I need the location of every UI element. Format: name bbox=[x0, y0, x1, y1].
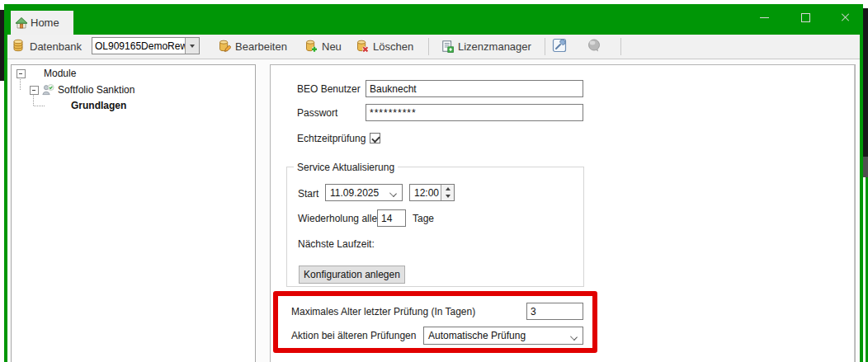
globe-icon bbox=[586, 37, 602, 54]
tree-connector bbox=[33, 94, 34, 106]
max-age-input[interactable] bbox=[526, 303, 583, 320]
next-run-label: Nächste Laufzeit: bbox=[298, 238, 375, 250]
new-database-icon bbox=[304, 40, 318, 53]
tab-home-label: Home bbox=[31, 16, 59, 29]
create-configuration-button-label: Konfiguration anlegen bbox=[304, 269, 400, 280]
close-button[interactable] bbox=[827, 6, 863, 29]
start-time-value: 12:00 bbox=[414, 187, 439, 199]
home-icon bbox=[15, 16, 28, 30]
arrow-up-icon bbox=[446, 187, 451, 190]
desktop-fragment-right-notch bbox=[863, 157, 868, 177]
tree-connector bbox=[20, 78, 21, 90]
edit-database-icon bbox=[218, 40, 231, 53]
tab-home[interactable]: Home bbox=[11, 11, 73, 35]
minimize-button[interactable] bbox=[746, 6, 782, 29]
toolbar-button-label: Neu bbox=[322, 40, 342, 53]
spinner-buttons bbox=[441, 185, 454, 200]
spin-down-button[interactable] bbox=[441, 193, 454, 201]
toolbar-button-neu[interactable]: Neu bbox=[302, 36, 344, 56]
start-date-value: 11.09.2025 bbox=[330, 187, 379, 199]
repeat-unit-label: Tage bbox=[413, 213, 434, 224]
toolbar-button-label: Löschen bbox=[373, 40, 413, 53]
arrow-down-icon bbox=[446, 195, 451, 198]
repeat-days-input[interactable] bbox=[377, 209, 406, 227]
start-label: Start bbox=[298, 188, 318, 200]
module-user-check-icon bbox=[41, 83, 54, 96]
tree-item-module[interactable]: Module bbox=[44, 68, 76, 79]
toolbar-button-configure[interactable] bbox=[551, 37, 568, 57]
desktop-fragment-right bbox=[863, 8, 868, 157]
toolbar-button-label: Bearbeiten bbox=[235, 40, 287, 53]
tree-connector bbox=[34, 106, 45, 106]
repeat-label: Wiederholung alle: bbox=[298, 213, 380, 224]
toolbar-separator bbox=[620, 38, 621, 55]
realtime-checkbox[interactable] bbox=[370, 133, 380, 143]
database-label: Datenbank bbox=[30, 40, 82, 53]
max-age-label: Maximales Alter letzter Prüfung (In Tage… bbox=[291, 306, 475, 317]
wrench-tool-icon bbox=[551, 37, 568, 54]
chevron-down-icon bbox=[389, 190, 397, 197]
tree-expander-softfolio[interactable] bbox=[30, 86, 39, 95]
service-update-group-title: Service Aktualisierung bbox=[294, 162, 398, 173]
action-older-value: Automatische Prüfung bbox=[428, 330, 526, 341]
start-date-combobox[interactable]: 11.09.2025 bbox=[325, 184, 403, 201]
toolbar-button-lizenzmanager[interactable]: Lizenzmanager bbox=[438, 36, 534, 56]
realtime-check-label: Echtzeitprüfung bbox=[297, 133, 366, 144]
dropdown-arrow-icon bbox=[190, 45, 195, 48]
screenshot-root: Home Datenbank Bearbeiten bbox=[0, 0, 868, 362]
close-icon bbox=[840, 12, 850, 22]
chevron-down-icon bbox=[570, 333, 578, 341]
delete-database-icon bbox=[356, 40, 369, 53]
toolbar-separator bbox=[545, 38, 545, 55]
database-combobox[interactable] bbox=[92, 37, 200, 54]
toolbar-button-loeschen[interactable]: Löschen bbox=[353, 36, 416, 56]
toolbar-separator bbox=[428, 38, 429, 55]
database-combobox-dropdown-button[interactable] bbox=[185, 38, 199, 54]
database-icon bbox=[12, 39, 25, 52]
create-configuration-button[interactable]: Konfiguration anlegen bbox=[299, 266, 405, 284]
tree-expander-module[interactable] bbox=[17, 69, 26, 78]
window-border-right bbox=[860, 4, 863, 362]
database-combobox-input[interactable] bbox=[92, 38, 190, 54]
toolbar-button-web[interactable] bbox=[586, 37, 602, 57]
checkmark-icon bbox=[371, 134, 380, 143]
action-older-label: Aktion bei älteren Prüfungen bbox=[291, 330, 416, 341]
toolbar-button-label: Lizenzmanager bbox=[458, 40, 531, 53]
license-manager-icon bbox=[441, 40, 454, 53]
toolbar-button-bearbeiten[interactable]: Bearbeiten bbox=[215, 36, 290, 56]
maximize-button[interactable] bbox=[787, 6, 823, 29]
titlebar[interactable] bbox=[4, 4, 863, 35]
beo-user-input[interactable] bbox=[366, 80, 583, 97]
module-tree-panel bbox=[11, 64, 256, 362]
beo-user-label: BEO Benutzer bbox=[297, 83, 361, 95]
tree-item-softfolio-sanktion[interactable]: Softfolio Sanktion bbox=[58, 84, 134, 96]
maximize-icon bbox=[801, 13, 810, 22]
minimize-icon bbox=[760, 17, 769, 18]
start-time-spinner[interactable]: 12:00 bbox=[409, 184, 455, 201]
password-input[interactable] bbox=[366, 104, 583, 121]
password-label: Passwort bbox=[297, 107, 337, 119]
tree-item-grundlagen-selected[interactable]: Grundlagen bbox=[71, 100, 126, 111]
action-older-combobox[interactable]: Automatische Prüfung bbox=[423, 327, 583, 345]
